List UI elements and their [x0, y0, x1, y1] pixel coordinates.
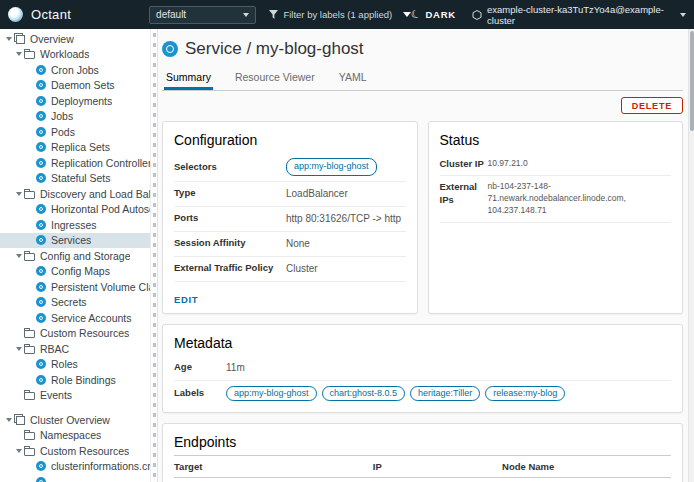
- tab-bar: Summary Resource Viewer YAML: [162, 69, 683, 91]
- window-scrollbar-thumb[interactable]: [690, 31, 694, 131]
- sidebar-item-label: Discovery and Load Balancing: [40, 188, 150, 200]
- sidebar-item-label: Roles: [51, 358, 78, 370]
- action-row: DELETE: [162, 97, 683, 115]
- tab-yaml[interactable]: YAML: [337, 69, 369, 90]
- caret-down-icon[interactable]: [13, 254, 24, 258]
- sidebar-item-clusterinformations-crd-projec[interactable]: clusterinformations.crd.projec: [0, 459, 150, 475]
- sidebar-item-secrets[interactable]: Secrets: [0, 295, 150, 311]
- sidebar-item-daemon-sets[interactable]: Daemon Sets: [0, 78, 150, 94]
- status-row-external-ips: External IPs nb-104-237-148-71.newark.no…: [440, 176, 672, 223]
- sidebar-item-persistent-volume-claims[interactable]: Persistent Volume Claims: [0, 279, 150, 295]
- resource-icon: [36, 461, 46, 471]
- page-title: Service / my-blog-ghost: [185, 39, 364, 59]
- filter-label: Filter by labels (1 applied): [283, 9, 397, 20]
- context-selector[interactable]: example-cluster-ka3TuTzYo4a@example-clus…: [472, 4, 686, 26]
- sidebar-item-label: Persistent Volume Claims: [51, 281, 150, 293]
- namespace-dropdown[interactable]: default: [149, 6, 256, 24]
- status-row-cluster-ip: Cluster IP 10.97.21.0: [440, 153, 672, 176]
- resource-icon: [36, 80, 46, 90]
- sidebar-item-deployments[interactable]: Deployments: [0, 93, 150, 109]
- row-label: Session Affinity: [174, 237, 286, 249]
- status-card-title: Status: [440, 132, 672, 148]
- metadata-row-labels: Labels app:my-blog-ghostchart:ghost-8.0.…: [174, 381, 671, 406]
- overview-icon: [14, 33, 25, 44]
- sidebar-item-cron-jobs[interactable]: Cron Jobs: [0, 62, 150, 78]
- sidebar-item-workloads[interactable]: Workloads: [0, 47, 150, 63]
- sidebar-item-roles[interactable]: Roles: [0, 357, 150, 373]
- row-label: Cluster IP: [440, 158, 488, 170]
- sidebar-item-custom-resources[interactable]: Custom Resources: [0, 443, 150, 459]
- resource-icon: [36, 127, 46, 137]
- row-label: Age: [174, 361, 226, 373]
- sidebar-item-overview[interactable]: Overview: [0, 31, 150, 47]
- sidebar-item-label: Stateful Sets: [51, 172, 111, 184]
- row-value: None: [286, 237, 406, 251]
- sidebar-item-blank[interactable]: [0, 474, 150, 482]
- sidebar-item-cluster-overview[interactable]: Cluster Overview: [0, 412, 150, 428]
- label-filter[interactable]: Filter by labels (1 applied): [269, 6, 410, 24]
- caret-down-icon[interactable]: [13, 192, 24, 196]
- theme-toggle[interactable]: ☾ DARK: [411, 8, 456, 21]
- window-scrollbar[interactable]: [688, 29, 694, 482]
- sidebar-item-config-maps[interactable]: Config Maps: [0, 264, 150, 280]
- theme-label: DARK: [425, 9, 456, 20]
- sidebar-item-replica-sets[interactable]: Replica Sets: [0, 140, 150, 156]
- sidebar-item-events[interactable]: Events: [0, 388, 150, 404]
- sidebar-item-jobs[interactable]: Jobs: [0, 109, 150, 125]
- caret-down-icon[interactable]: [13, 449, 24, 453]
- sidebar-item-ingresses[interactable]: Ingresses: [0, 217, 150, 233]
- sidebar-item-label: Config and Storage: [40, 250, 130, 262]
- sidebar-item-custom-resources[interactable]: Custom Resources: [0, 326, 150, 342]
- delete-button[interactable]: DELETE: [621, 97, 683, 114]
- label-chip: heritage:Tiller: [410, 386, 480, 401]
- row-value: LoadBalancer: [286, 187, 406, 201]
- edit-link[interactable]: EDIT: [174, 294, 198, 305]
- caret-down-icon[interactable]: [13, 347, 24, 351]
- endpoint-node: example-cluster-node-2: [502, 477, 671, 482]
- octant-logo-icon: [8, 7, 23, 22]
- app-header: Octant default Filter by labels (1 appli…: [0, 0, 694, 29]
- sidebar-item-pods[interactable]: Pods: [0, 124, 150, 140]
- sidebar-item-label: Pods: [51, 126, 75, 138]
- tab-summary[interactable]: Summary: [164, 69, 213, 90]
- sidebar-item-service-accounts[interactable]: Service Accounts: [0, 310, 150, 326]
- sidebar-scrollbar[interactable]: [150, 29, 158, 482]
- sidebar-item-horizontal-pod-autoscalers[interactable]: Horizontal Pod Autoscalers: [0, 202, 150, 218]
- sidebar-item-label: Daemon Sets: [51, 79, 115, 91]
- resource-icon: [36, 477, 46, 482]
- sidebar-item-label: Cluster Overview: [30, 414, 110, 426]
- resource-icon: [36, 204, 46, 214]
- folder-icon: [24, 51, 35, 59]
- caret-down-icon[interactable]: [3, 37, 14, 41]
- sidebar-item-services[interactable]: Services: [0, 233, 150, 249]
- row-label: Labels: [174, 387, 226, 399]
- config-row-selectors: Selectors app:my-blog-ghost: [174, 153, 406, 182]
- sidebar-item-label: Ingresses: [51, 219, 97, 231]
- tab-resource-viewer[interactable]: Resource Viewer: [233, 69, 317, 90]
- sidebar-item-label: Config Maps: [51, 265, 110, 277]
- sidebar-item-label: Replica Sets: [51, 141, 110, 153]
- resource-icon: [36, 266, 46, 276]
- sidebar-item-role-bindings[interactable]: Role Bindings: [0, 372, 150, 388]
- sidebar-nav: OverviewWorkloadsCron JobsDaemon SetsDep…: [0, 29, 150, 482]
- moon-icon: ☾: [409, 7, 423, 23]
- sidebar-scrollbar-thumb[interactable]: [153, 33, 156, 478]
- sidebar-item-discovery-and-load-balancing[interactable]: Discovery and Load Balancing: [0, 186, 150, 202]
- resource-icon: [36, 297, 46, 307]
- sidebar-item-config-and-storage[interactable]: Config and Storage: [0, 248, 150, 264]
- row-label: Ports: [174, 212, 286, 224]
- folder-icon: [24, 432, 35, 440]
- column-header-node-name: Node Name: [502, 455, 671, 477]
- resource-icon: [36, 111, 46, 121]
- caret-down-icon[interactable]: [3, 418, 14, 422]
- sidebar-item-rbac[interactable]: RBAC: [0, 341, 150, 357]
- status-card: Status Cluster IP 10.97.21.0 External IP…: [428, 121, 684, 314]
- sidebar-item-replication-controllers[interactable]: Replication Controllers: [0, 155, 150, 171]
- resource-icon: [36, 65, 46, 75]
- resource-icon: [36, 313, 46, 323]
- sidebar-item-stateful-sets[interactable]: Stateful Sets: [0, 171, 150, 187]
- caret-down-icon[interactable]: [13, 52, 24, 56]
- config-row-session-affinity: Session Affinity None: [174, 232, 406, 257]
- sidebar-item-namespaces[interactable]: Namespaces: [0, 428, 150, 444]
- label-chip: release:my-blog: [485, 386, 565, 401]
